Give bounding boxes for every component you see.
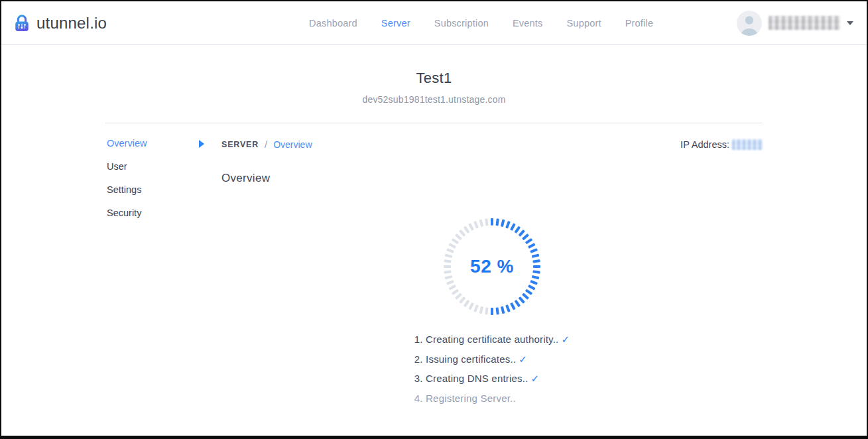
page-title: Overview	[221, 172, 763, 185]
ip-address-redacted	[732, 139, 763, 150]
brand-logo[interactable]: utunnel.io	[12, 13, 107, 33]
step-dns-entries: 3. Creating DNS entries..✓	[414, 373, 570, 385]
check-icon: ✓	[561, 334, 570, 345]
nav-item-support[interactable]: Support	[567, 18, 601, 29]
check-icon: ✓	[531, 373, 540, 384]
server-title-block: Test1 dev52sub1981test1.utnstage.com	[1, 45, 867, 105]
ip-address-label: IP Address:	[680, 139, 729, 150]
setup-steps: 1. Creating certificate authority..✓ 2. …	[414, 334, 570, 404]
brand-name: utunnel.io	[36, 14, 107, 32]
server-domain: dev52sub1981test1.utnstage.com	[1, 94, 867, 105]
overview-panel: SERVER / Overview IP Address: Overview 5…	[221, 139, 763, 411]
step-registering-server: 4. Registering Server..	[414, 393, 570, 404]
nav-item-profile[interactable]: Profile	[625, 18, 654, 29]
server-sidebar: Overview User Settings Security	[105, 139, 221, 411]
server-title: Test1	[1, 70, 867, 87]
breadcrumb-current[interactable]: Overview	[273, 139, 312, 150]
step-creating-ca: 1. Creating certificate authority..✓	[414, 334, 570, 345]
active-item-arrow-icon	[199, 140, 204, 148]
top-navbar: utunnel.io Dashboard Server Subscription…	[1, 1, 867, 45]
sidebar-item-security[interactable]: Security	[105, 208, 221, 218]
breadcrumb-section: SERVER	[221, 140, 259, 149]
app-window: utunnel.io Dashboard Server Subscription…	[0, 0, 868, 439]
breadcrumb-separator: /	[265, 139, 267, 150]
ip-address: IP Address:	[680, 139, 763, 150]
avatar	[737, 11, 762, 36]
nav-item-dashboard[interactable]: Dashboard	[309, 18, 357, 29]
content-area: Overview User Settings Security SERVER /…	[105, 123, 763, 411]
chevron-down-icon	[847, 21, 853, 25]
check-icon: ✓	[519, 353, 527, 365]
user-menu[interactable]	[737, 11, 853, 36]
progress-percent: 52 %	[442, 217, 542, 316]
step-issuing-certs: 2. Issuing certificates..✓	[414, 353, 570, 365]
nav-item-events[interactable]: Events	[513, 18, 543, 29]
padlock-logo-icon	[12, 13, 32, 33]
person-icon	[737, 11, 762, 36]
nav-item-subscription[interactable]: Subscription	[434, 18, 489, 29]
panel-header: SERVER / Overview IP Address:	[221, 139, 763, 150]
sidebar-item-user[interactable]: User	[105, 162, 221, 171]
user-name-redacted	[769, 16, 840, 30]
main-nav: Dashboard Server Subscription Events Sup…	[309, 18, 653, 29]
breadcrumb: SERVER / Overview	[221, 139, 312, 150]
progress-spinner: 52 %	[442, 217, 542, 316]
sidebar-item-settings[interactable]: Settings	[105, 185, 221, 194]
nav-item-server[interactable]: Server	[381, 18, 410, 29]
